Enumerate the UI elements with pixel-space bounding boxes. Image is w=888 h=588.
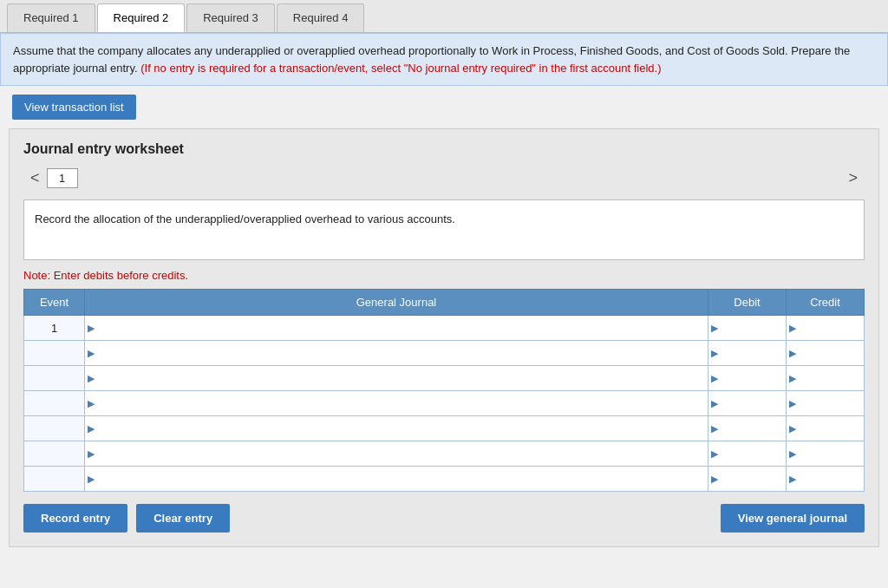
journal-cell[interactable]: ▶ bbox=[85, 441, 708, 467]
col-header-journal: General Journal bbox=[85, 290, 708, 316]
credit-arrow-icon: ▶ bbox=[787, 423, 796, 434]
journal-arrow-icon: ▶ bbox=[85, 373, 95, 384]
journal-arrow-icon: ▶ bbox=[85, 348, 95, 359]
credit-arrow-icon: ▶ bbox=[787, 398, 796, 409]
clear-entry-button[interactable]: Clear entry bbox=[136, 504, 230, 532]
debit-arrow-icon: ▶ bbox=[708, 423, 718, 434]
col-header-credit: Credit bbox=[787, 290, 865, 316]
credit-cell[interactable]: ▶ bbox=[787, 467, 865, 492]
journal-cell[interactable]: ▶ bbox=[85, 467, 708, 492]
journal-cell[interactable]: ▶ bbox=[85, 341, 708, 366]
credit-cell[interactable]: ▶ bbox=[787, 416, 865, 441]
credit-input[interactable] bbox=[796, 467, 864, 491]
credit-input[interactable] bbox=[796, 316, 864, 340]
credit-cell[interactable]: ▶ bbox=[787, 366, 865, 391]
debit-arrow-icon: ▶ bbox=[708, 348, 718, 359]
info-text-red: (If no entry is required for a transacti… bbox=[140, 62, 661, 75]
event-cell bbox=[24, 391, 85, 416]
page-number-box: 1 bbox=[47, 168, 78, 188]
table-row: ▶▶▶ bbox=[24, 341, 865, 366]
worksheet-title: Journal entry worksheet bbox=[23, 141, 865, 157]
journal-input[interactable] bbox=[95, 416, 708, 441]
event-cell bbox=[24, 441, 85, 467]
debit-cell[interactable]: ▶ bbox=[708, 316, 787, 341]
debit-arrow-icon: ▶ bbox=[708, 323, 718, 334]
credit-cell[interactable]: ▶ bbox=[787, 341, 865, 366]
journal-table: Event General Journal Debit Credit 1▶▶▶▶… bbox=[23, 289, 865, 492]
journal-input[interactable] bbox=[95, 316, 708, 340]
credit-arrow-icon: ▶ bbox=[787, 448, 796, 460]
event-cell: 1 bbox=[24, 316, 85, 341]
event-cell bbox=[24, 467, 85, 492]
journal-input[interactable] bbox=[95, 341, 708, 365]
debit-input[interactable] bbox=[718, 416, 786, 441]
tab-required2[interactable]: Required 2 bbox=[97, 3, 186, 32]
table-row: ▶▶▶ bbox=[24, 416, 865, 441]
debit-arrow-icon: ▶ bbox=[708, 373, 718, 384]
table-row: ▶▶▶ bbox=[24, 467, 865, 492]
credit-input[interactable] bbox=[796, 366, 864, 390]
credit-cell[interactable]: ▶ bbox=[787, 441, 865, 467]
col-header-event: Event bbox=[24, 290, 85, 316]
debit-cell[interactable]: ▶ bbox=[708, 391, 787, 416]
journal-input[interactable] bbox=[95, 467, 708, 491]
debit-arrow-icon: ▶ bbox=[708, 398, 718, 409]
col-header-debit: Debit bbox=[708, 290, 787, 316]
journal-arrow-icon: ▶ bbox=[85, 474, 95, 485]
credit-arrow-icon: ▶ bbox=[787, 323, 796, 334]
debit-cell[interactable]: ▶ bbox=[708, 441, 787, 467]
journal-input[interactable] bbox=[95, 366, 708, 390]
view-general-journal-button[interactable]: View general journal bbox=[721, 504, 865, 532]
tabs-bar: Required 1 Required 2 Required 3 Require… bbox=[0, 0, 888, 33]
credit-input[interactable] bbox=[796, 341, 864, 365]
debit-cell[interactable]: ▶ bbox=[708, 366, 787, 391]
nav-row: < 1 > bbox=[23, 167, 865, 189]
credit-input[interactable] bbox=[796, 391, 864, 415]
credit-input[interactable] bbox=[796, 416, 864, 441]
debit-input[interactable] bbox=[718, 366, 786, 390]
next-page-arrow[interactable]: > bbox=[841, 167, 865, 189]
journal-arrow-icon: ▶ bbox=[85, 398, 95, 409]
tab-required1[interactable]: Required 1 bbox=[7, 3, 95, 32]
bottom-buttons: Record entry Clear entry View general jo… bbox=[23, 504, 865, 532]
journal-arrow-icon: ▶ bbox=[85, 323, 95, 334]
debit-cell[interactable]: ▶ bbox=[708, 341, 787, 366]
prev-page-arrow[interactable]: < bbox=[23, 167, 47, 189]
event-cell bbox=[24, 416, 85, 441]
journal-input[interactable] bbox=[95, 441, 708, 466]
debit-input[interactable] bbox=[718, 441, 786, 466]
view-transaction-list-button[interactable]: View transaction list bbox=[12, 95, 136, 120]
journal-cell[interactable]: ▶ bbox=[85, 416, 708, 441]
description-box: Record the allocation of the underapplie… bbox=[23, 199, 865, 260]
credit-input[interactable] bbox=[796, 441, 864, 466]
note-text: Note: Enter debits before credits. bbox=[23, 269, 865, 282]
debit-cell[interactable]: ▶ bbox=[708, 416, 787, 441]
credit-cell[interactable]: ▶ bbox=[787, 316, 865, 341]
debit-input[interactable] bbox=[718, 391, 786, 415]
event-cell bbox=[24, 341, 85, 366]
debit-input[interactable] bbox=[718, 316, 786, 340]
debit-arrow-icon: ▶ bbox=[708, 474, 718, 485]
table-row: ▶▶▶ bbox=[24, 391, 865, 416]
info-box: Assume that the company allocates any un… bbox=[0, 33, 888, 86]
credit-arrow-icon: ▶ bbox=[787, 373, 796, 384]
debit-input[interactable] bbox=[718, 467, 786, 491]
journal-cell[interactable]: ▶ bbox=[85, 366, 708, 391]
journal-input[interactable] bbox=[95, 391, 708, 415]
debit-input[interactable] bbox=[718, 341, 786, 365]
journal-cell[interactable]: ▶ bbox=[85, 316, 708, 341]
journal-arrow-icon: ▶ bbox=[85, 448, 95, 460]
credit-cell[interactable]: ▶ bbox=[787, 391, 865, 416]
credit-arrow-icon: ▶ bbox=[787, 348, 796, 359]
record-entry-button[interactable]: Record entry bbox=[23, 504, 127, 532]
table-row: ▶▶▶ bbox=[24, 366, 865, 391]
journal-cell[interactable]: ▶ bbox=[85, 391, 708, 416]
table-row: 1▶▶▶ bbox=[24, 316, 865, 341]
tab-required3[interactable]: Required 3 bbox=[186, 3, 275, 32]
credit-arrow-icon: ▶ bbox=[787, 474, 796, 485]
debit-arrow-icon: ▶ bbox=[708, 448, 718, 460]
tab-required4[interactable]: Required 4 bbox=[277, 3, 365, 32]
event-cell bbox=[24, 366, 85, 391]
journal-arrow-icon: ▶ bbox=[85, 423, 95, 434]
debit-cell[interactable]: ▶ bbox=[708, 467, 787, 492]
